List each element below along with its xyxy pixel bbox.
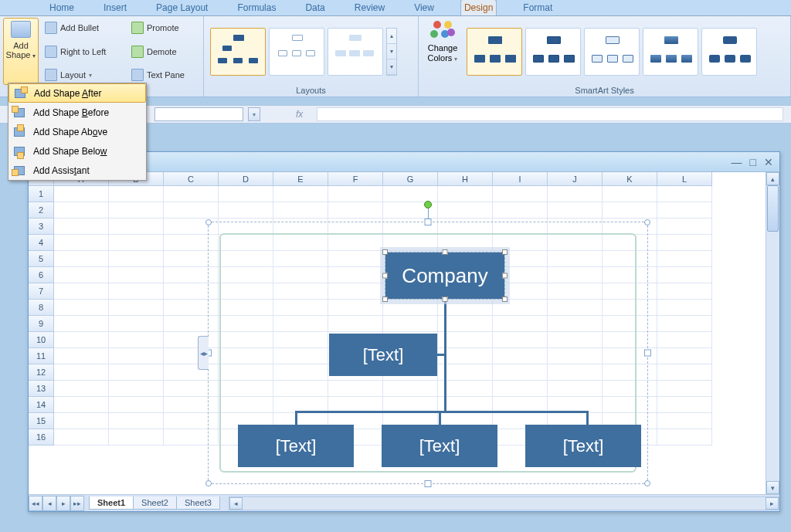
change-colors-button[interactable]: Change Colors ▾	[422, 18, 463, 85]
menu-tab-design[interactable]: Design	[460, 0, 497, 15]
cell[interactable]	[603, 202, 657, 219]
cell[interactable]	[603, 186, 657, 202]
cell[interactable]	[328, 186, 383, 202]
cell[interactable]	[657, 186, 712, 202]
row-header[interactable]: 2	[29, 202, 54, 219]
cell[interactable]	[109, 381, 164, 397]
cell[interactable]	[548, 202, 603, 219]
menu-tab-view[interactable]: View	[411, 0, 437, 15]
row-header[interactable]: 7	[29, 283, 54, 300]
cell[interactable]	[109, 300, 164, 316]
cell[interactable]	[657, 300, 712, 316]
cell[interactable]	[273, 186, 328, 202]
cell[interactable]	[657, 202, 712, 219]
row-header[interactable]: 4	[29, 235, 54, 251]
name-box-drop[interactable]: ▾	[248, 107, 260, 121]
demote-button[interactable]: Demote	[128, 43, 199, 60]
scroll-thumb[interactable]	[767, 185, 779, 232]
layouts-scroll[interactable]: ▴▾▾	[386, 28, 397, 76]
column-header[interactable]: H	[438, 172, 493, 186]
cell[interactable]	[109, 316, 164, 332]
cell[interactable]	[54, 283, 109, 300]
cell[interactable]	[54, 348, 109, 364]
cell[interactable]	[657, 413, 712, 429]
cell[interactable]	[438, 186, 493, 202]
resize-handle[interactable]	[425, 219, 432, 225]
column-header[interactable]: G	[383, 172, 438, 186]
row-header[interactable]: 3	[29, 219, 54, 235]
layout-thumb-2[interactable]	[269, 28, 324, 76]
row-header[interactable]: 16	[29, 429, 54, 446]
cell[interactable]	[657, 397, 712, 413]
smartart-object[interactable]: ◂▸ Company [Text]	[208, 222, 648, 484]
cell[interactable]	[273, 202, 328, 219]
cell[interactable]	[54, 186, 109, 202]
sheet-nav-first[interactable]: ◂◂	[29, 496, 42, 511]
menu-tab-data[interactable]: Data	[302, 0, 328, 15]
cell[interactable]	[109, 219, 164, 235]
cell[interactable]	[109, 364, 164, 381]
column-header[interactable]: L	[657, 172, 712, 186]
cell[interactable]	[54, 202, 109, 219]
rotation-handle[interactable]	[424, 201, 432, 208]
column-header[interactable]: J	[548, 172, 603, 186]
row-header[interactable]: 12	[29, 364, 54, 381]
column-header[interactable]: I	[493, 172, 548, 186]
cell[interactable]	[657, 381, 712, 397]
layout-thumb-3[interactable]	[328, 28, 383, 76]
menu-tab-formulas[interactable]: Formulas	[234, 0, 279, 15]
cell[interactable]	[493, 202, 548, 219]
column-header[interactable]: F	[328, 172, 383, 186]
column-header[interactable]: K	[603, 172, 657, 186]
cell[interactable]	[164, 202, 219, 219]
cell[interactable]	[109, 397, 164, 413]
row-header[interactable]: 11	[29, 348, 54, 364]
row-header[interactable]: 8	[29, 300, 54, 316]
cell[interactable]	[54, 413, 109, 429]
style-thumb-3[interactable]	[584, 28, 640, 76]
cell[interactable]	[657, 251, 712, 267]
row-header[interactable]: 6	[29, 267, 54, 283]
resize-handle[interactable]	[644, 480, 650, 486]
row-header[interactable]: 1	[29, 186, 54, 202]
cell[interactable]	[54, 332, 109, 348]
sheet-nav-last[interactable]: ▸▸	[70, 496, 84, 511]
maximize-icon[interactable]: □	[750, 156, 756, 168]
resize-handle[interactable]	[644, 219, 650, 225]
cell[interactable]	[383, 186, 438, 202]
add-shape-after[interactable]: .xadd-shape-after.dicon::after{right:-4p…	[8, 83, 146, 103]
cell[interactable]	[109, 429, 164, 446]
style-thumb-5[interactable]	[701, 28, 757, 76]
cell[interactable]	[657, 348, 712, 364]
fx-label[interactable]: fx	[265, 109, 312, 120]
sheet-tab-sheet2[interactable]: Sheet2	[133, 496, 177, 510]
cell[interactable]	[493, 186, 548, 202]
cell[interactable]	[657, 316, 712, 332]
grid[interactable]: ABCDEFGHIJKL 12345678910111213141516 ◂▸	[29, 172, 766, 494]
cell[interactable]	[109, 348, 164, 364]
row-header[interactable]: 5	[29, 251, 54, 267]
menu-tab-insert[interactable]: Insert	[100, 0, 130, 15]
row-header[interactable]: 14	[29, 397, 54, 413]
cell[interactable]	[657, 332, 712, 348]
cell[interactable]	[109, 413, 164, 429]
column-header[interactable]: E	[273, 172, 328, 186]
promote-button[interactable]: Promote	[128, 19, 199, 36]
scroll-down-button[interactable]: ▾	[766, 481, 779, 494]
column-header[interactable]: C	[164, 172, 219, 186]
cell[interactable]	[657, 429, 712, 446]
text-pane-button[interactable]: Text Pane	[128, 66, 199, 83]
resize-handle[interactable]	[205, 480, 212, 486]
menu-tab-format[interactable]: Format	[520, 0, 555, 15]
add-shape-above[interactable]: .xadd-shape-above.dicon::after{left:3px;…	[8, 122, 146, 141]
horizontal-scrollbar[interactable]: ◂ ▸	[229, 496, 779, 510]
org-node-assistant[interactable]: [Text]	[329, 334, 437, 376]
org-node-child-1[interactable]: [Text]	[238, 425, 354, 467]
cell[interactable]	[109, 283, 164, 300]
right-to-left-button[interactable]: Right to Left	[42, 43, 128, 60]
minimize-icon[interactable]: —	[732, 156, 742, 168]
resize-handle[interactable]	[425, 480, 432, 487]
sheet-nav-prev[interactable]: ◂	[42, 496, 56, 511]
cell[interactable]	[438, 202, 493, 219]
close-icon[interactable]: ✕	[764, 156, 773, 168]
